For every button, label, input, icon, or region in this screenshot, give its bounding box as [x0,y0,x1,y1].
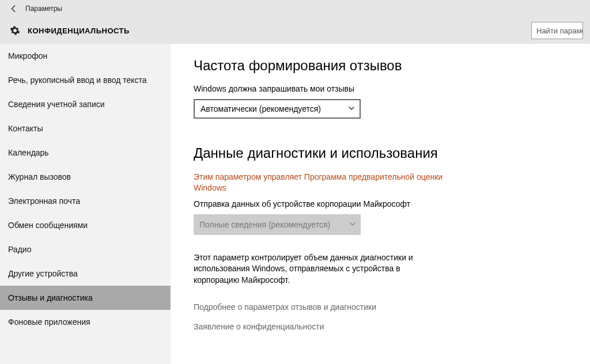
feedback-label: Windows должна запрашивать мои отзывы [194,84,567,93]
sidebar-item-label: Другие устройства [8,269,78,278]
search-placeholder: Найти параме [536,26,583,35]
feedback-frequency-dropdown[interactable]: Автоматически (рекомендуется) [194,99,361,119]
sidebar-item-label: Фоновые приложения [8,317,90,327]
dropdown-value: Автоматически (рекомендуется) [201,104,321,113]
sidebar-item-10[interactable]: Отзывы и диагностика [0,286,171,310]
sidebar-item-label: Речь, рукописный ввод и ввод текста [8,75,147,85]
sidebar-item-2[interactable]: Сведения учетной записи [0,92,171,116]
settings-icon-wrap [7,25,23,36]
feedback-heading: Частота формирования отзывов [194,58,567,74]
sidebar-item-label: Радио [8,245,31,254]
sidebar-item-8[interactable]: Радио [0,237,171,261]
sidebar-item-9[interactable]: Другие устройства [0,261,171,286]
sidebar-item-1[interactable]: Речь, рукописный ввод и ввод текста [0,68,171,92]
sidebar: МикрофонРечь, рукописный ввод и ввод тек… [0,44,171,364]
sidebar-item-label: Контакты [8,124,43,133]
back-button[interactable] [6,5,22,13]
sidebar-item-11[interactable]: Фоновые приложения [0,310,171,334]
sidebar-item-6[interactable]: Электронная почта [0,189,171,213]
arrow-left-icon [10,5,18,13]
diagnostics-data-dropdown: Полные сведения (рекомендуется) [194,214,361,235]
header-bar: КОНФИДЕНЦИАЛЬНОСТЬ Найти параме [0,17,590,44]
dropdown-value: Полные сведения (рекомендуется) [199,220,330,229]
sidebar-item-4[interactable]: Календарь [0,141,171,165]
sidebar-item-label: Отзывы и диагностика [8,293,93,302]
sidebar-item-label: Календарь [8,148,49,157]
page-heading: КОНФИДЕНЦИАЛЬНОСТЬ [28,26,130,35]
sidebar-item-3[interactable]: Контакты [0,116,171,141]
search-input[interactable]: Найти параме [531,22,583,39]
learn-more-link[interactable]: Подробнее о параметрах отзывов и диагнос… [194,302,567,312]
sidebar-item-label: Журнал вызовов [8,172,71,181]
managed-by-notice: Этим параметром управляет Программа пред… [194,172,447,194]
sidebar-item-7[interactable]: Обмен сообщениями [0,213,171,237]
sidebar-item-0[interactable]: Микрофон [0,44,171,68]
chevron-down-icon [348,104,355,113]
sidebar-item-label: Обмен сообщениями [8,221,88,230]
content-pane: Частота формирования отзывов Windows дол… [171,44,590,364]
window-title: Параметры [25,5,62,13]
sidebar-item-5[interactable]: Журнал вызовов [0,165,171,189]
chevron-down-icon [349,220,356,229]
diagnostics-description: Этот параметр контролирует объем данных … [194,252,447,286]
diagnostics-heading: Данные диагностики и использования [194,145,567,161]
titlebar: Параметры [0,0,590,17]
sidebar-item-label: Микрофон [8,51,47,60]
sidebar-item-label: Сведения учетной записи [8,100,105,109]
gear-icon [10,25,20,36]
sidebar-item-label: Электронная почта [8,196,80,206]
privacy-statement-link[interactable]: Заявление о конфиденциальности [194,322,567,331]
diagnostics-label: Отправка данных об устройстве корпорации… [194,199,567,208]
